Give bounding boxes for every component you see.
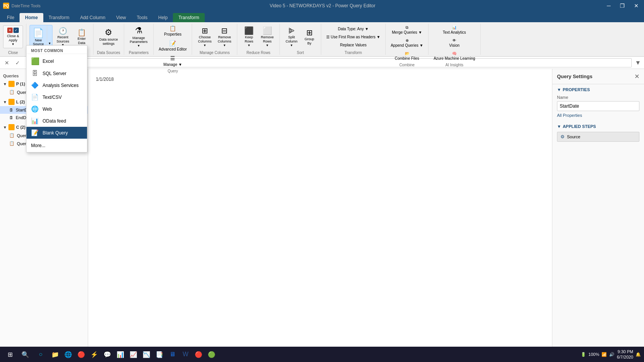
group-by-label: GroupBy (305, 37, 314, 46)
settings-close-btn[interactable]: ✕ (634, 73, 639, 80)
step-source[interactable]: ⚙ Source (557, 132, 639, 142)
dropdown-item-web[interactable]: 🌐 Web (26, 103, 87, 115)
ssrs-icon: 📈 (130, 351, 137, 358)
keep-rows-label: KeepRows (245, 35, 253, 44)
new-source-btn[interactable]: 📄 NewSource (30, 25, 47, 48)
dropdown-item-blank-query[interactable]: 📝 Blank Query (26, 127, 87, 139)
formula-bar-input[interactable] (35, 58, 632, 67)
replace-values-btn[interactable]: Replace Values (324, 41, 382, 49)
ribbon-group-manage-columns-label: Manage Columns (200, 51, 230, 55)
dropdown-item-excel[interactable]: 🟩 Excel (26, 55, 87, 68)
remove-rows-btn[interactable]: ⬜ RemoveRows ▼ (258, 25, 276, 48)
taskbar-app-file-explorer[interactable]: 📁 (49, 348, 61, 360)
web-icon: 🌐 (31, 105, 39, 113)
formula-confirm-btn[interactable]: ✓ (14, 59, 21, 67)
word-icon: W (182, 351, 188, 358)
properties-btn[interactable]: 📋 Properties (157, 24, 189, 38)
formula-expand-btn[interactable]: ▼ (635, 59, 641, 66)
vision-btn[interactable]: 👁 Vision (432, 37, 477, 49)
settings-name-input[interactable] (557, 101, 639, 111)
cortana-icon: ○ (39, 351, 43, 358)
dropdown-item-sql[interactable]: 🗄 SQL Server (26, 68, 87, 79)
blank-query-label: Blank Query (43, 130, 68, 136)
close-apply-btn[interactable]: ✕ ✓ Close &Apply ▼ (3, 25, 23, 48)
use-first-row-btn[interactable]: ☰ Use First Row as Headers ▼ (324, 33, 382, 41)
dropdown-item-odata[interactable]: 📊 OData feed (26, 115, 87, 127)
dropdown-item-analysis[interactable]: 🔷 Analysis Services (26, 79, 87, 91)
settings-title: Query Settings (557, 74, 592, 79)
split-column-icon: ⫸ (288, 26, 296, 35)
split-column-btn[interactable]: ⫸ SplitColumn ▼ (283, 25, 300, 48)
taskbar-app-word[interactable]: W (179, 348, 192, 360)
taskbar-battery-icon: 🔋 (581, 352, 586, 357)
azure-ml-btn[interactable]: 🧠 Azure Machine Learning (432, 50, 477, 62)
new-source-dropdown-btn[interactable]: ▼ (47, 25, 52, 48)
taskbar-app-red[interactable]: 🔴 (192, 348, 205, 360)
tab-file[interactable]: File (2, 13, 20, 22)
tab-view[interactable]: View (111, 13, 131, 22)
taskbar-app-edge[interactable]: 🌐 (62, 348, 74, 360)
query-item-icon-q1: 📋 (9, 133, 15, 138)
merge-queries-btn[interactable]: ⧉ Merge Queries ▼ (389, 24, 425, 36)
restore-btn[interactable]: ❐ (618, 2, 627, 10)
ribbon-group-parameters-label: Parameters (129, 51, 149, 55)
append-queries-btn[interactable]: ⊕ Append Queries ▼ (389, 37, 425, 49)
query-group-p-arrow: ▼ (3, 82, 7, 86)
settings-name-label: Name (557, 95, 639, 100)
enter-data-btn[interactable]: 📋 EnterData (73, 25, 90, 48)
odata-label: OData feed (43, 118, 66, 124)
minimize-btn[interactable]: ─ (605, 2, 613, 10)
taskbar-app-chrome[interactable]: 🔴 (75, 348, 87, 360)
manage-parameters-icon: ⚗ (135, 26, 143, 36)
browser2-icon: 🖥 (169, 351, 176, 358)
query-group-p-label: P (1) (16, 82, 25, 86)
taskbar-battery-pct: 100% (588, 352, 599, 357)
taskbar-app-browser2[interactable]: 🖥 (166, 348, 179, 360)
new-source-label: NewSource (33, 38, 44, 46)
settings-properties-section: ▼ PROPERTIES Name All Properties (552, 84, 644, 121)
taskbar-app-green[interactable]: 🟢 (205, 348, 218, 360)
taskbar-app-ppt[interactable]: 📑 (153, 348, 166, 360)
keep-rows-btn[interactable]: ⬛ KeepRows ▼ (240, 25, 257, 48)
tab-home[interactable]: Home (20, 13, 43, 22)
manage-btn[interactable]: ☰ Manage ▼ (157, 54, 189, 68)
taskbar-app-excel[interactable]: 📊 (114, 348, 127, 360)
start-btn[interactable]: ⊞ (3, 347, 17, 361)
remove-columns-btn[interactable]: ⊟ RemoveColumns ▼ (215, 25, 234, 48)
sql-server-label: SQL Server (43, 71, 66, 76)
tab-tools[interactable]: Tools (131, 13, 153, 22)
manage-parameters-btn[interactable]: ⚗ ManageParameters ▼ (127, 25, 151, 48)
combine-files-btn[interactable]: 📂 Combine Files (389, 50, 425, 62)
text-analytics-btn[interactable]: 📊 Text Analytics (432, 24, 477, 36)
tab-add-column[interactable]: Add Column (75, 13, 111, 22)
close-btn[interactable]: ✕ (632, 2, 641, 10)
taskbar-volume-icon: 🔊 (609, 352, 614, 357)
tab-help[interactable]: Help (153, 13, 173, 22)
cortana-btn[interactable]: ○ (34, 347, 48, 361)
group-by-btn[interactable]: ⊞ GroupBy (301, 25, 318, 48)
taskbar-app-app1[interactable]: ⚡ (88, 348, 100, 360)
dropdown-item-textcsv[interactable]: 📄 Text/CSV (26, 91, 87, 103)
taskbar-notifications-icon[interactable]: 🔔 (636, 352, 641, 357)
all-properties-link[interactable]: All Properties (557, 113, 582, 118)
tab-transform[interactable]: Transform (43, 13, 75, 22)
text-analytics-label: Text Analytics (443, 30, 466, 35)
dropdown-item-more[interactable]: More... (26, 141, 87, 151)
taskbar-app-ssrs[interactable]: 📈 (127, 348, 140, 360)
new-source-dropdown: Most Common 🟩 Excel 🗄 SQL Server 🔷 Analy… (26, 45, 87, 152)
recent-sources-btn[interactable]: 🕐 RecentSources ▼ (53, 25, 72, 48)
steps-collapse-icon: ▼ (557, 124, 561, 129)
data-type-btn[interactable]: Data Type: Any ▼ (324, 25, 382, 33)
taskbar-date: 6/7/2020 (617, 354, 633, 360)
advanced-editor-btn[interactable]: 📝 Advanced Editor (157, 39, 189, 53)
choose-columns-btn[interactable]: ⊞ ChooseColumns ▼ (195, 25, 214, 48)
search-btn[interactable]: 🔍 (18, 347, 32, 361)
taskbar-app-pbi[interactable]: 📉 (140, 348, 153, 360)
replace-values-label: Replace Values (340, 43, 366, 48)
append-queries-label: Append Queries ▼ (391, 43, 423, 48)
remove-columns-icon: ⊟ (221, 26, 228, 35)
formula-cancel-btn[interactable]: ✕ (3, 59, 11, 67)
tab-transform-context[interactable]: Transform (173, 13, 204, 22)
taskbar-app-skype[interactable]: 💬 (101, 348, 113, 360)
data-source-settings-btn[interactable]: ⚙ Data sourcesettings (97, 25, 121, 48)
